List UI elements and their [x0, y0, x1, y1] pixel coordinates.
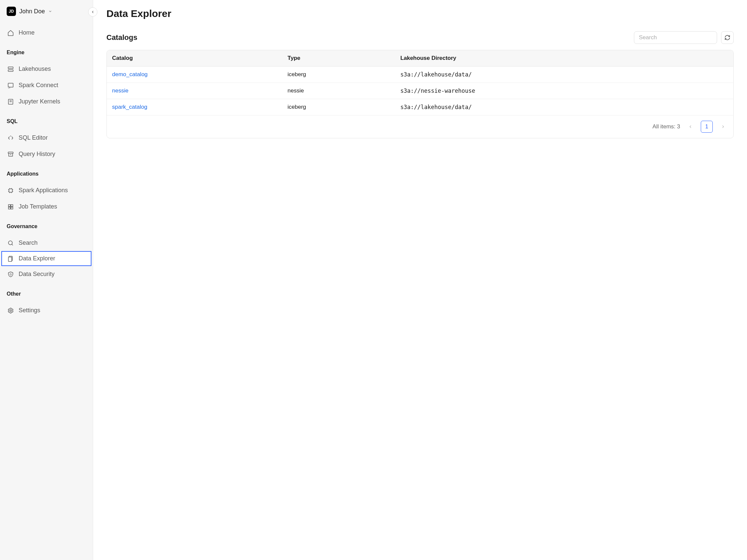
catalog-directory: s3a://lakehouse/data/ [395, 99, 733, 115]
sidebar-item-spark-applications[interactable]: Spark Applications [0, 182, 93, 198]
section-title-sql: SQL [0, 112, 93, 127]
sidebar-item-label: Query History [19, 151, 55, 158]
search-icon [7, 240, 14, 246]
prev-page-button[interactable] [687, 123, 694, 130]
server-icon [7, 66, 14, 73]
svg-point-22 [8, 241, 12, 245]
sidebar-item-label: Lakehouses [19, 65, 51, 73]
sidebar-item-data-security[interactable]: Data Security [0, 266, 93, 282]
user-menu[interactable]: JD John Doe [0, 7, 93, 22]
archive-icon [7, 151, 14, 158]
svg-rect-19 [11, 205, 13, 207]
page-number[interactable]: 1 [701, 121, 713, 133]
sidebar-item-label: Spark Applications [19, 187, 68, 194]
catalog-type: iceberg [282, 66, 395, 83]
sidebar-item-label: Settings [19, 307, 40, 314]
sidebar-item-label: Home [19, 29, 34, 36]
chevron-down-icon [48, 9, 52, 13]
catalog-directory: s3a://nessie-warehouse [395, 83, 733, 99]
page-title: Data Explorer [106, 8, 734, 19]
section-title-other: Other [0, 285, 93, 300]
search-input[interactable] [634, 31, 717, 44]
svg-rect-1 [8, 70, 13, 71]
svg-rect-0 [8, 67, 13, 69]
sidebar-item-label: Data Security [19, 271, 55, 278]
sidebar-item-label: Spark Connect [19, 82, 58, 89]
sidebar-item-label: SQL Editor [19, 134, 48, 141]
sidebar-item-spark-connect[interactable]: Spark Connect [0, 77, 93, 94]
svg-rect-7 [8, 152, 13, 153]
section-title-applications: Applications [0, 165, 93, 180]
catalog-link[interactable]: demo_catalog [112, 71, 148, 78]
shield-icon [7, 271, 14, 278]
refresh-button[interactable] [721, 31, 734, 44]
sidebar-item-label: Data Explorer [19, 255, 55, 262]
cast-icon [7, 82, 14, 89]
sidebar: JD John Doe Home Engine Lak [0, 0, 93, 560]
sidebar-item-job-templates[interactable]: Job Templates [0, 198, 93, 215]
items-count: All items: 3 [652, 123, 680, 130]
sidebar-item-jupyter-kernels[interactable]: Jupyter Kernels [0, 94, 93, 110]
svg-rect-9 [9, 189, 12, 192]
sidebar-item-sql-editor[interactable]: SQL Editor [0, 130, 93, 146]
col-directory: Lakehouse Directory [395, 50, 733, 66]
table-row: nessie nessie s3a://nessie-warehouse [107, 83, 733, 99]
sidebar-item-search[interactable]: Search [0, 235, 93, 251]
catalog-type: nessie [282, 83, 395, 99]
catalog-link[interactable]: nessie [112, 87, 128, 94]
sidebar-item-label: Jupyter Kernels [19, 98, 60, 105]
sidebar-item-lakehouses[interactable]: Lakehouses [0, 61, 93, 77]
catalog-link[interactable]: spark_catalog [112, 104, 147, 110]
svg-rect-20 [8, 207, 10, 209]
next-page-button[interactable] [719, 123, 727, 130]
sidebar-item-label: Job Templates [19, 203, 57, 210]
catalog-type: iceberg [282, 99, 395, 115]
data-icon [7, 256, 14, 262]
home-icon [7, 30, 14, 36]
section-title-engine: Engine [0, 44, 93, 58]
gear-icon [7, 307, 14, 314]
sidebar-item-label: Search [19, 239, 37, 246]
sidebar-item-data-explorer[interactable]: Data Explorer [1, 251, 92, 266]
grid-icon [7, 204, 14, 210]
svg-line-23 [11, 244, 12, 245]
code-icon [7, 135, 14, 141]
sidebar-item-settings[interactable]: Settings [0, 302, 93, 319]
collapse-sidebar-button[interactable] [88, 7, 98, 17]
notebook-icon [7, 99, 14, 105]
sidebar-item-home[interactable]: Home [0, 25, 93, 41]
main-content: Data Explorer Catalogs Catalog Type Lake… [93, 0, 747, 560]
catalogs-table: Catalog Type Lakehouse Directory demo_ca… [106, 50, 734, 138]
table-footer: All items: 3 1 [107, 115, 733, 138]
col-type: Type [282, 50, 395, 66]
svg-rect-25 [8, 257, 11, 261]
table-row: demo_catalog iceberg s3a://lakehouse/dat… [107, 66, 733, 83]
sidebar-item-query-history[interactable]: Query History [0, 146, 93, 162]
catalog-directory: s3a://lakehouse/data/ [395, 66, 733, 83]
table-row: spark_catalog iceberg s3a://lakehouse/da… [107, 99, 733, 115]
svg-rect-18 [8, 205, 10, 207]
chip-icon [7, 187, 14, 194]
section-title-governance: Governance [0, 217, 93, 232]
avatar: JD [7, 7, 16, 16]
user-name: John Doe [19, 8, 45, 15]
catalogs-heading: Catalogs [106, 33, 137, 42]
svg-point-26 [10, 310, 11, 311]
col-catalog: Catalog [107, 50, 282, 66]
svg-rect-21 [11, 207, 13, 209]
